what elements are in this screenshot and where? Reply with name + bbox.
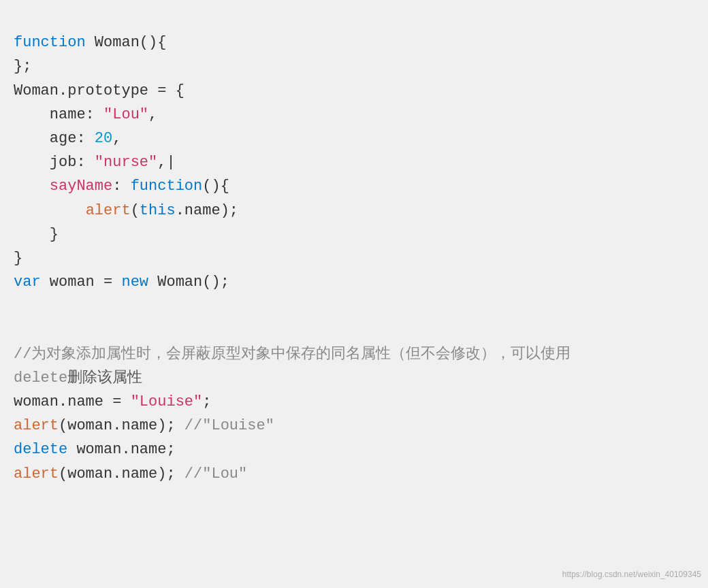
line-alert-call: alert(this.name); (14, 202, 238, 219)
line-alert-lou: alert(woman.name); //"Lou" (14, 466, 247, 483)
line-closing-brace-semicolon: }; (14, 58, 31, 75)
line-age-prop: age: 20, (14, 130, 121, 147)
line-name-prop: name: "Lou", (14, 106, 157, 123)
line-function-declaration: function Woman(){ (14, 34, 166, 51)
line-sayname-prop: sayName: function(){ (14, 178, 229, 195)
line-prototype-assign: Woman.prototype = { (14, 82, 184, 99)
line-chinese-comment: //为对象添加属性时，会屏蔽原型对象中保存的同名属性（但不会修改），可以使用 (14, 346, 570, 363)
line-var-woman: var woman = new Woman(); (14, 274, 229, 291)
line-job-prop: job: "nurse",| (14, 154, 176, 171)
line-inner-close: } (14, 226, 59, 243)
line-chinese-delete: delete删除该属性 (14, 370, 142, 387)
code-editor: function Woman(){ }; Woman.prototype = {… (14, 7, 694, 486)
line-outer-close: } (14, 250, 22, 267)
line-woman-name-assign: woman.name = "Louise"; (14, 393, 211, 410)
line-delete-name: delete woman.name; (14, 441, 176, 458)
watermark: https://blog.csdn.net/weixin_40109345 (562, 568, 701, 581)
line-alert-louise: alert(woman.name); //"Louise" (14, 417, 274, 434)
